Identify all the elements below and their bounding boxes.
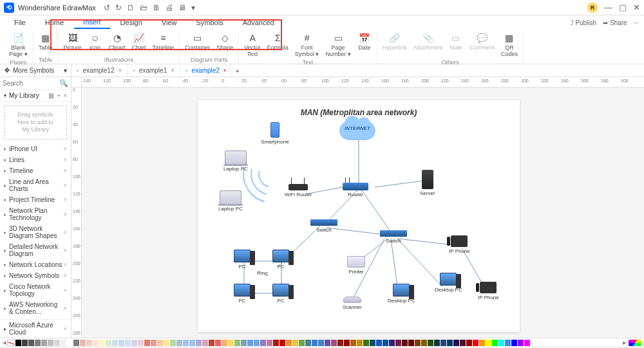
category-item[interactable]: ▸Line and Area Charts× <box>0 176 71 194</box>
qat-button[interactable]: 🖥 <box>178 3 186 12</box>
category-item[interactable]: ▸Network Symbols× <box>0 270 71 281</box>
doc-tab[interactable]: ▫example2• <box>180 64 231 77</box>
ribbon-date[interactable]: 📅Date <box>355 31 374 59</box>
color-swatch[interactable] <box>434 340 440 346</box>
more-symbols-header[interactable]: ❖ More Symbols ▾ <box>0 64 71 77</box>
color-swatch[interactable] <box>402 340 408 346</box>
close-icon[interactable]: × <box>63 167 67 174</box>
laptop-node[interactable]: Laptop PC <box>218 190 243 212</box>
color-swatch[interactable] <box>215 340 221 346</box>
color-swatch[interactable] <box>421 340 427 346</box>
ipphone-node[interactable]: IP Phone <box>449 235 470 254</box>
color-swatch[interactable] <box>202 340 208 346</box>
canvas[interactable]: MAN (Metroplitan area network) <box>82 87 644 338</box>
close-icon[interactable]: × <box>63 211 67 218</box>
pc-node[interactable]: PC <box>234 284 251 304</box>
color-swatch[interactable] <box>473 340 478 346</box>
pc-node[interactable]: PC <box>272 250 289 270</box>
switch-node[interactable]: Switch <box>310 219 337 233</box>
ribbon-table[interactable]: ▦Table <box>36 31 55 57</box>
diagram-page[interactable]: MAN (Metroplitan area network) <box>198 100 520 332</box>
pc-node[interactable]: PC <box>272 284 289 304</box>
color-swatch[interactable] <box>383 340 388 346</box>
color-swatch[interactable] <box>170 340 176 346</box>
color-swatch[interactable] <box>138 340 144 346</box>
server-node[interactable]: Server <box>420 170 435 196</box>
color-swatch[interactable] <box>415 340 421 346</box>
color-swatch[interactable] <box>466 340 472 346</box>
no-fill-swatch[interactable] <box>7 340 15 346</box>
smartphone-node[interactable]: Smartphone <box>261 122 289 145</box>
category-item[interactable]: ▸iPhone UI× <box>0 143 71 154</box>
color-swatch[interactable] <box>344 340 350 346</box>
color-swatch[interactable] <box>151 340 156 346</box>
color-swatch[interactable] <box>35 340 41 346</box>
close-icon[interactable]: × <box>63 287 67 294</box>
color-swatch[interactable] <box>93 340 99 346</box>
color-swatch[interactable] <box>222 340 227 346</box>
color-swatch[interactable] <box>408 340 414 346</box>
color-swatch[interactable] <box>209 340 214 346</box>
doc-tab[interactable]: ▫example12× <box>71 64 128 77</box>
menu-advanced[interactable]: Advanced <box>234 17 283 28</box>
search-input[interactable] <box>3 80 57 87</box>
color-swatch[interactable] <box>376 340 382 346</box>
close-icon[interactable]: × <box>63 182 67 189</box>
ribbon-page[interactable]: ▭PageNumber ▾ <box>323 31 354 59</box>
color-swatch[interactable] <box>80 340 86 346</box>
close-tab-button[interactable]: × <box>171 67 175 74</box>
category-item[interactable]: ▸Lines× <box>0 154 71 165</box>
color-swatch[interactable] <box>299 340 305 346</box>
color-swatch[interactable] <box>292 340 298 346</box>
color-swatch[interactable] <box>15 340 21 346</box>
color-swatch[interactable] <box>511 340 517 346</box>
category-list[interactable]: ▸iPhone UI×▸Lines×▸Timeline×▸Line and Ar… <box>0 143 71 319</box>
close-tab-button[interactable]: × <box>118 67 122 74</box>
category-item[interactable]: ▸Cisco Network Topology× <box>0 281 71 299</box>
ribbon-vector[interactable]: AVectorText <box>242 31 263 59</box>
close-icon[interactable]: × <box>63 92 67 99</box>
color-swatch[interactable] <box>144 340 150 346</box>
close-icon[interactable]: × <box>63 261 67 268</box>
ribbon-picture[interactable]: 🖼Picture <box>61 31 84 57</box>
color-swatch[interactable] <box>363 340 369 346</box>
color-swatch[interactable] <box>73 340 79 346</box>
color-swatch[interactable] <box>453 340 459 346</box>
category-item[interactable]: ▸AWS Networking & Conten...× <box>0 299 71 317</box>
ribbon-formula[interactable]: ΣFormula <box>265 31 291 59</box>
color-swatch[interactable] <box>189 340 195 346</box>
color-swatch[interactable] <box>157 340 163 346</box>
ribbon-blank[interactable]: 📄BlankPage ▾ <box>6 31 30 59</box>
color-swatch[interactable] <box>357 340 363 346</box>
ribbon-chart[interactable]: 📈Chart <box>129 31 149 57</box>
color-swatch[interactable] <box>389 340 395 346</box>
menu-file[interactable]: File <box>5 17 35 28</box>
menu-view[interactable]: View <box>153 17 186 28</box>
color-swatch[interactable] <box>273 340 279 346</box>
color-swatch[interactable] <box>164 340 169 346</box>
maximize-button[interactable]: ▢ <box>619 3 627 12</box>
color-swatch[interactable] <box>254 340 260 346</box>
palette-next-button[interactable]: ▸ <box>621 338 628 347</box>
color-picker-button[interactable] <box>629 340 641 346</box>
cloud-node[interactable]: INTERNET <box>339 121 375 140</box>
router-node[interactable]: Router <box>343 183 368 197</box>
close-button[interactable]: ✕ <box>633 3 640 12</box>
wifi-router-node[interactable]: WiFi Router <box>285 184 312 197</box>
color-swatch[interactable] <box>183 340 189 346</box>
color-swatch[interactable] <box>28 340 34 346</box>
close-icon[interactable]: × <box>63 325 67 333</box>
color-swatch[interactable] <box>331 340 337 346</box>
color-swatch[interactable] <box>41 340 47 346</box>
color-swatch[interactable] <box>395 340 401 346</box>
laptop-node[interactable]: Laptop PC <box>223 151 248 172</box>
color-swatch[interactable] <box>498 340 504 346</box>
menu-design[interactable]: Design <box>111 17 151 28</box>
diagram-title[interactable]: MAN (Metroplitan area network) <box>198 108 520 117</box>
color-swatch[interactable] <box>67 340 73 346</box>
publish-button[interactable]: ⤴ Publish <box>571 19 597 26</box>
color-swatch[interactable] <box>428 340 433 346</box>
color-swatch[interactable] <box>86 340 92 346</box>
ribbon-shape[interactable]: ◇Shape <box>214 31 236 57</box>
qat-button[interactable]: ↻ <box>115 3 122 12</box>
